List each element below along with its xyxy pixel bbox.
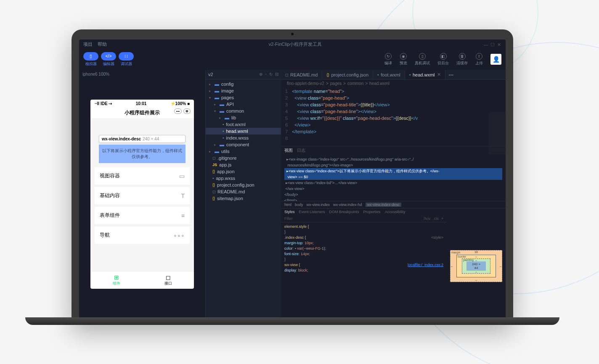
device-info[interactable]: iphone6 100% — [79, 70, 205, 79]
tree-folder[interactable]: ▸▬image — [206, 87, 281, 94]
tree-file[interactable]: {}app.json — [206, 168, 281, 175]
tab-overflow[interactable]: ••• — [445, 72, 457, 77]
tree-file[interactable]: ▪app.wxss — [206, 175, 281, 182]
tree-file[interactable]: ◻.gitignore — [206, 155, 281, 161]
tree-folder[interactable]: ▸▬config — [206, 81, 281, 87]
action-compile[interactable]: ↻编译 — [384, 53, 392, 66]
add-rule[interactable]: + — [441, 216, 443, 221]
editor-tab-active[interactable]: ▪head.wxml✕ — [405, 70, 445, 79]
signal-indicator: ··II IDE ⇢ — [95, 101, 112, 106]
inspector-tooltip: wx-view.index-desc240 × 44 — [99, 135, 186, 143]
mode-debugger[interactable]: ⫶⫶调试器 — [119, 52, 134, 67]
ide-window: 项目 帮助 v2-FinClip小程序开发工具 — ☐ ✕ ▯模拟器 </>编辑… — [79, 40, 506, 324]
styles-tab[interactable]: Accessibility — [385, 210, 406, 214]
minimap[interactable] — [489, 112, 506, 154]
minimize-icon[interactable]: — — [484, 42, 488, 46]
new-folder-icon[interactable]: ▫ — [265, 72, 267, 77]
editor-area: ◻README.md {}project.config.json ▪foot.w… — [281, 70, 506, 324]
container-icon: ▭ — [179, 173, 185, 179]
selected-element: ▸<wx-view class="index-desc">以下将展示小程序官方组… — [284, 168, 502, 174]
menu-icon: ≡ — [181, 212, 185, 219]
tree-file[interactable]: {}project.config.json — [206, 182, 281, 188]
new-file-icon[interactable]: ⊕ — [259, 72, 262, 77]
webcam — [291, 33, 294, 35]
tree-file[interactable]: ▪foot.wxml — [206, 121, 281, 128]
tree-folder[interactable]: ▸▬lib — [206, 114, 281, 121]
tree-folder[interactable]: ▾▬common — [206, 108, 281, 114]
mode-editor[interactable]: </>编辑器 — [101, 52, 116, 67]
devtab-log[interactable]: 日志 — [297, 148, 305, 153]
elements-panel[interactable]: ▸<wx-image class="index-logo" src="../re… — [281, 155, 506, 201]
mode-simulator[interactable]: ▯模拟器 — [83, 52, 98, 67]
menu-project[interactable]: 项目 — [83, 41, 93, 47]
filter-input[interactable]: Filter — [284, 216, 293, 221]
styles-tab[interactable]: Properties — [363, 210, 381, 214]
refresh-icon[interactable]: ↻ — [269, 72, 273, 77]
tree-file[interactable]: {}sitemap.json — [206, 195, 281, 202]
code-content[interactable]: <template name="head"> <view class="page… — [292, 88, 418, 145]
debug-icon: ⫶⫶ — [119, 52, 134, 61]
trash-icon: 🗑 — [459, 53, 466, 60]
json-file-icon: {} — [212, 183, 215, 187]
tree-folder[interactable]: ▸▬component — [206, 141, 281, 148]
action-cache[interactable]: 🗑清缓存 — [456, 53, 468, 66]
action-remote[interactable]: ▯真机调试 — [415, 53, 430, 66]
upload-icon: ⇧ — [476, 53, 482, 60]
tree-folder[interactable]: ▾▬pages — [206, 94, 281, 101]
styles-tab[interactable]: Event Listeners — [299, 210, 325, 214]
app-titlebar: 小程序组件展示 •••⊚ — [90, 108, 194, 118]
code-editor[interactable]: 12345678 <template name="head"> <view cl… — [281, 87, 506, 146]
text-icon: T — [181, 193, 185, 199]
elements-breadcrumb[interactable]: htmlbodywx-view.indexwx-view.index-hdwx-… — [281, 201, 506, 208]
user-avatar[interactable]: 👤 — [490, 54, 501, 65]
tree-folder[interactable]: ▸▬API — [206, 101, 281, 108]
phone-statusbar: ··II IDE ⇢ 10:01 ⚡100% ■ — [90, 100, 194, 108]
phone-icon: ▯ — [419, 53, 426, 60]
simulator-pane: iphone6 100% ··II IDE ⇢ 10:01 ⚡100% ■ 小程… — [79, 70, 205, 324]
editor-breadcrumb[interactable]: fino-applet-demo-v2>pages>common>head.wx… — [281, 80, 506, 87]
folder-icon: ▬ — [215, 149, 219, 154]
eye-icon: ◉ — [400, 53, 407, 60]
tree-file[interactable]: ◻README.md — [206, 188, 281, 195]
target-icon[interactable]: ⊚ — [183, 108, 191, 114]
tree-file[interactable]: JSapp.js — [206, 161, 281, 168]
box-model[interactable]: margin 10 – – – border – padding – 240 ×… — [447, 208, 506, 324]
list-item[interactable]: 导航∘∘∘ — [95, 227, 190, 244]
tree-body[interactable]: ▸▬config ▸▬image ▾▬pages ▸▬API ▾▬common … — [206, 79, 281, 324]
toolbar: ▯模拟器 </>编辑器 ⫶⫶调试器 ↻编译 ◉预览 ▯真机调试 ◧切后台 🗑清缓… — [79, 49, 506, 70]
editor-tab[interactable]: ▪foot.wxml — [373, 70, 405, 79]
styles-tab[interactable]: DOM Breakpoints — [329, 210, 359, 214]
json-file-icon: {} — [212, 196, 215, 200]
menu-help[interactable]: 帮助 — [98, 41, 107, 47]
tab-api[interactable]: ◻接口 — [142, 272, 194, 289]
list-item[interactable]: 表单组件≡ — [95, 207, 190, 224]
editor-tab[interactable]: ◻README.md — [281, 70, 322, 79]
action-preview[interactable]: ◉预览 — [400, 53, 407, 66]
maximize-icon[interactable]: ☐ — [490, 42, 495, 46]
md-file-icon: ◻ — [212, 190, 215, 194]
highlighted-element[interactable]: 以下将展示小程序官方组件能力，组件样式仅供参考。 — [99, 145, 186, 163]
collapse-icon[interactable]: ⊟ — [275, 72, 278, 77]
styles-tab[interactable]: Styles — [284, 210, 295, 214]
action-background[interactable]: ◧切后台 — [437, 53, 449, 66]
list-item[interactable]: 视图容器▭ — [95, 167, 190, 185]
tree-file[interactable]: ▪head.wxml — [206, 128, 281, 135]
tree-file[interactable]: ▪index.wxss — [206, 135, 281, 141]
hov-toggle[interactable]: :hov — [423, 216, 430, 221]
list-item[interactable]: 基础内容T — [95, 187, 190, 204]
code-icon: </> — [101, 52, 116, 61]
devtab-view[interactable]: 视图 — [284, 148, 293, 153]
file-explorer: v2 ⊕ ▫ ↻ ⊟ ▸▬config ▸▬image ▾▬pages ▸▬AP… — [205, 70, 281, 324]
cls-toggle[interactable]: .cls — [433, 216, 439, 221]
action-upload[interactable]: ⇧上传 — [475, 53, 483, 66]
close-icon[interactable]: ✕ — [497, 42, 501, 46]
tab-components[interactable]: ⊞组件 — [90, 272, 142, 289]
folder-icon: ▬ — [215, 88, 219, 93]
editor-tab[interactable]: {}project.config.json — [322, 70, 373, 79]
close-icon[interactable]: ✕ — [437, 72, 441, 77]
styles-body[interactable]: element.style { } .index-desc {<style> m… — [281, 222, 447, 275]
wxml-file-icon: ▪ — [223, 122, 224, 127]
tree-folder[interactable]: ▸▬utils — [206, 148, 281, 155]
app-tabbar: ⊞组件 ◻接口 — [90, 271, 194, 289]
more-icon[interactable]: ••• — [174, 108, 182, 114]
